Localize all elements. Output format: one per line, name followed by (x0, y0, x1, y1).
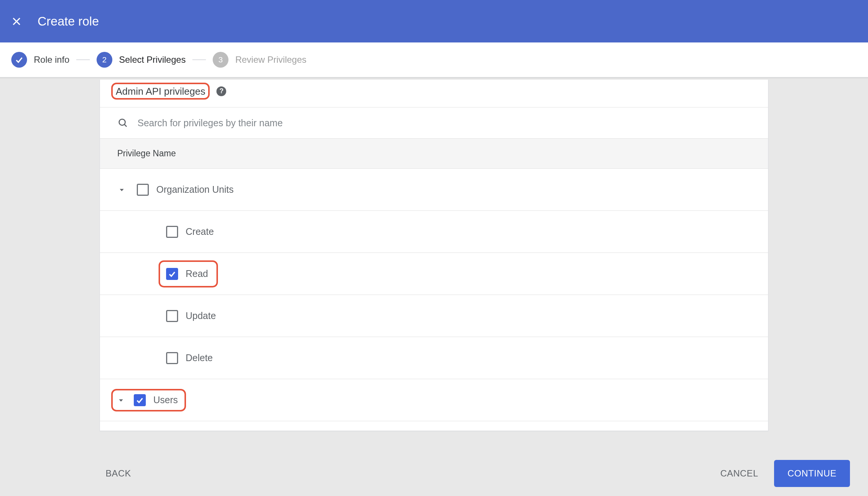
search-input[interactable]: Search for privileges by their name (100, 107, 768, 138)
back-button[interactable]: BACK (103, 464, 133, 482)
privilege-label: Delete (186, 352, 213, 363)
search-icon (117, 117, 129, 129)
privilege-row-read[interactable]: Read (100, 253, 768, 295)
content-area: Admin API privileges ? Search for privil… (0, 79, 868, 431)
step-number-badge: 3 (213, 52, 228, 68)
privilege-row-users[interactable]: Users (100, 379, 768, 421)
column-header: Privilege Name (100, 138, 768, 169)
step-separator (76, 59, 90, 60)
highlight-annotation: Users (111, 389, 186, 411)
privilege-row-create[interactable]: Create (100, 211, 768, 253)
step-label: Review Privileges (235, 54, 306, 65)
checkbox-create[interactable] (166, 226, 178, 238)
privilege-label: Create (186, 226, 214, 237)
svg-point-2 (119, 119, 125, 125)
step-separator (192, 59, 206, 60)
step-review-privileges[interactable]: 3 Review Privileges (213, 52, 306, 68)
panel-title: Admin API privileges (116, 86, 205, 97)
checkbox-update[interactable] (166, 310, 178, 322)
header-bar: Create role (0, 0, 868, 42)
privilege-row-update[interactable]: Update (100, 295, 768, 337)
page-title: Create role (38, 14, 99, 29)
privilege-label: Read (186, 268, 208, 279)
svg-marker-4 (120, 189, 124, 191)
checkbox-read[interactable] (166, 268, 178, 280)
privilege-row-org-units[interactable]: Organization Units (100, 169, 768, 211)
close-button[interactable] (10, 15, 23, 28)
checkbox-users[interactable] (134, 394, 146, 406)
spacer-row (100, 421, 768, 431)
step-number-badge: 2 (97, 52, 112, 68)
stepper: Role info 2 Select Privileges 3 Review P… (0, 42, 868, 77)
step-label: Select Privileges (119, 54, 186, 65)
privilege-label: Users (153, 395, 178, 405)
checkbox-org-units[interactable] (137, 184, 149, 196)
step-label: Role info (34, 54, 70, 65)
highlight-annotation: Admin API privileges (111, 83, 210, 100)
highlight-annotation: Read (159, 260, 218, 287)
search-placeholder: Search for privileges by their name (138, 118, 283, 129)
privilege-row-delete[interactable]: Delete (100, 337, 768, 379)
step-role-info[interactable]: Role info (11, 52, 70, 68)
privilege-label: Update (186, 310, 216, 321)
collapse-icon[interactable] (117, 186, 126, 193)
close-icon (11, 16, 22, 27)
footer-bar: BACK CANCEL CONTINUE (0, 451, 868, 496)
continue-button[interactable]: CONTINUE (774, 460, 850, 487)
check-circle-icon (11, 52, 27, 68)
checkbox-delete[interactable] (166, 352, 178, 364)
privilege-label: Organization Units (156, 184, 234, 195)
svg-marker-5 (119, 399, 123, 401)
panel-header: Admin API privileges ? (111, 80, 768, 107)
collapse-icon[interactable] (116, 397, 126, 404)
help-icon[interactable]: ? (216, 86, 226, 96)
svg-line-3 (124, 124, 127, 127)
step-select-privileges[interactable]: 2 Select Privileges (97, 52, 186, 68)
cancel-button[interactable]: CANCEL (718, 464, 761, 482)
privileges-card: Admin API privileges ? Search for privil… (100, 80, 768, 431)
